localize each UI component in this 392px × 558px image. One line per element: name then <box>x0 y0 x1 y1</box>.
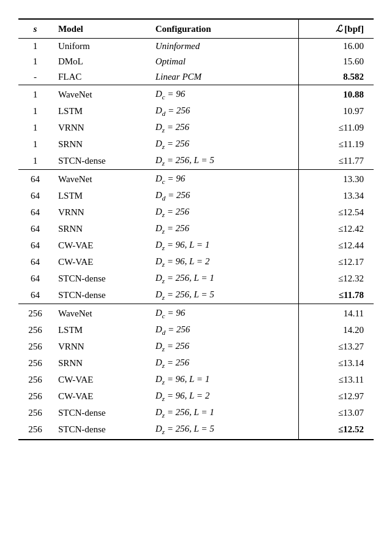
cell-loss: 14.11 <box>299 304 374 323</box>
cell-config: Dz = 256 <box>149 338 299 355</box>
cell-model: STCN-dense <box>52 421 149 440</box>
table-row: -FLACLinear PCM8.582 <box>18 69 374 85</box>
table-row: 64STCN-denseDz = 256, L = 5≤11.78 <box>18 287 374 304</box>
table-row: 64CW-VAEDz = 96, L = 2≤12.17 <box>18 254 374 270</box>
cell-loss: ≤11.77 <box>299 153 374 170</box>
cell-config: Dz = 256 <box>149 204 299 221</box>
cell-s: 256 <box>18 405 52 421</box>
cell-s: 256 <box>18 304 52 323</box>
cell-loss: ≤12.54 <box>299 204 374 221</box>
cell-config: Dz = 256 <box>149 136 299 153</box>
header-loss: ℒ [bpf] <box>299 19 374 39</box>
cell-model: STCN-dense <box>52 287 149 304</box>
cell-config: Dz = 256 <box>149 221 299 237</box>
table-header-row: s Model Configuration ℒ [bpf] <box>18 19 374 39</box>
table-row: 64WaveNetDc = 9613.30 <box>18 170 374 188</box>
table-container: s Model Configuration ℒ [bpf] 1UniformUn… <box>18 18 374 440</box>
cell-s: 256 <box>18 322 52 338</box>
cell-config: Dd = 256 <box>149 188 299 204</box>
cell-model: SRNN <box>52 221 149 237</box>
cell-model: Uniform <box>52 39 149 55</box>
table-row: 64VRNNDz = 256≤12.54 <box>18 204 374 221</box>
cell-loss: ≤13.27 <box>299 338 374 355</box>
cell-s: 64 <box>18 254 52 270</box>
table-row: 1DMoLOptimal15.60 <box>18 54 374 69</box>
cell-model: LSTM <box>52 103 149 120</box>
cell-loss: 10.97 <box>299 103 374 120</box>
table-row: 1VRNNDz = 256≤11.09 <box>18 120 374 136</box>
table-row: 256CW-VAEDz = 96, L = 2≤12.97 <box>18 388 374 405</box>
cell-loss: ≤13.07 <box>299 405 374 421</box>
cell-s: 256 <box>18 355 52 372</box>
cell-s: 1 <box>18 85 52 104</box>
table-row: 256WaveNetDc = 9614.11 <box>18 304 374 323</box>
cell-config: Dz = 256, L = 1 <box>149 405 299 421</box>
cell-model: SRNN <box>52 355 149 372</box>
cell-s: 64 <box>18 270 52 287</box>
cell-loss: 13.34 <box>299 188 374 204</box>
cell-s: 1 <box>18 120 52 136</box>
cell-s: 1 <box>18 39 52 55</box>
cell-loss: ≤11.78 <box>299 287 374 304</box>
cell-model: VRNN <box>52 338 149 355</box>
cell-s: 64 <box>18 204 52 221</box>
table-row: 64SRNNDz = 256≤12.42 <box>18 221 374 237</box>
cell-model: STCN-dense <box>52 270 149 287</box>
cell-loss: ≤12.44 <box>299 237 374 254</box>
table-row: 256CW-VAEDz = 96, L = 1≤13.11 <box>18 372 374 388</box>
table-row: 1STCN-denseDz = 256, L = 5≤11.77 <box>18 153 374 170</box>
table-row: 256VRNNDz = 256≤13.27 <box>18 338 374 355</box>
cell-s: 64 <box>18 237 52 254</box>
cell-model: FLAC <box>52 69 149 85</box>
cell-s: 64 <box>18 170 52 188</box>
cell-config: Dz = 96, L = 1 <box>149 372 299 388</box>
cell-loss: ≤12.52 <box>299 421 374 440</box>
cell-s: 64 <box>18 221 52 237</box>
table-row: 256STCN-denseDz = 256, L = 5≤12.52 <box>18 421 374 440</box>
cell-config: Dz = 256 <box>149 355 299 372</box>
cell-config: Linear PCM <box>149 69 299 85</box>
cell-model: WaveNet <box>52 170 149 188</box>
cell-config: Dd = 256 <box>149 103 299 120</box>
cell-config: Dz = 96, L = 1 <box>149 237 299 254</box>
cell-config: Optimal <box>149 54 299 69</box>
table-row: 1UniformUninformed16.00 <box>18 39 374 55</box>
header-s: s <box>18 19 52 39</box>
cell-loss: 16.00 <box>299 39 374 55</box>
cell-s: 64 <box>18 188 52 204</box>
cell-config: Dc = 96 <box>149 304 299 323</box>
cell-model: LSTM <box>52 322 149 338</box>
header-model: Model <box>52 19 149 39</box>
cell-config: Dd = 256 <box>149 322 299 338</box>
cell-s: 256 <box>18 372 52 388</box>
table-row: 256SRNNDz = 256≤13.14 <box>18 355 374 372</box>
cell-model: CW-VAE <box>52 388 149 405</box>
cell-s: 256 <box>18 388 52 405</box>
table-row: 1WaveNetDc = 9610.88 <box>18 85 374 104</box>
cell-s: 1 <box>18 136 52 153</box>
cell-config: Dz = 256, L = 5 <box>149 421 299 440</box>
cell-loss: ≤12.97 <box>299 388 374 405</box>
cell-loss: ≤13.14 <box>299 355 374 372</box>
table-row: 64LSTMDd = 25613.34 <box>18 188 374 204</box>
cell-model: WaveNet <box>52 304 149 323</box>
cell-model: WaveNet <box>52 85 149 104</box>
table-row: 1LSTMDd = 25610.97 <box>18 103 374 120</box>
table-row: 64STCN-denseDz = 256, L = 1≤12.32 <box>18 270 374 287</box>
cell-s: - <box>18 69 52 85</box>
cell-model: DMoL <box>52 54 149 69</box>
cell-loss: 10.88 <box>299 85 374 104</box>
cell-loss: ≤11.09 <box>299 120 374 136</box>
table-row: 256STCN-denseDz = 256, L = 1≤13.07 <box>18 405 374 421</box>
cell-model: CW-VAE <box>52 237 149 254</box>
cell-s: 256 <box>18 338 52 355</box>
cell-s: 64 <box>18 287 52 304</box>
cell-model: CW-VAE <box>52 372 149 388</box>
cell-loss: ≤12.32 <box>299 270 374 287</box>
cell-model: LSTM <box>52 188 149 204</box>
cell-loss: ≤12.17 <box>299 254 374 270</box>
cell-loss: ≤13.11 <box>299 372 374 388</box>
cell-s: 1 <box>18 103 52 120</box>
cell-model: CW-VAE <box>52 254 149 270</box>
cell-model: STCN-dense <box>52 153 149 170</box>
